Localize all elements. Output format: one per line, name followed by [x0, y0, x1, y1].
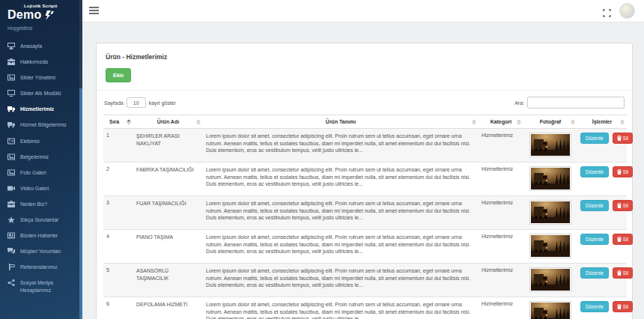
sidebar-item-11[interactable]: Neden Biz? [0, 196, 82, 212]
sidebar-item-10[interactable]: Video Galeri [0, 180, 82, 196]
content-panel: Ürün - Hizmetlerimiz Ekle Sayfada kayıt … [96, 43, 633, 319]
cell-product-name: FABRİKA TAŞIMACILIĞI [133, 162, 203, 196]
truck-photo[interactable] [529, 200, 571, 225]
add-button[interactable]: Ekle [106, 68, 131, 82]
truck-photo[interactable] [529, 166, 571, 191]
cell-product-name: ŞEHİRLER ARASI NAKLİYAT [133, 129, 203, 162]
sidebar-item-1[interactable]: Anasayfa [0, 38, 82, 54]
edit-button[interactable]: Düzenle [580, 301, 609, 312]
sort-icon[interactable] [127, 119, 131, 124]
sort-icon[interactable] [196, 119, 201, 124]
sidebar-item-8[interactable]: Belgelerimiz [0, 149, 82, 165]
sort-icon[interactable] [571, 119, 575, 124]
page-size-prefix: Sayfada [104, 100, 124, 106]
delete-button[interactable]: Sil [613, 234, 633, 245]
column-header-3[interactable]: Ürün Tanımı [203, 115, 479, 129]
sidebar-item-label: Hizmet Bölgelerimiz [20, 121, 67, 128]
column-header-1[interactable]: Sıra [103, 115, 133, 129]
truck-photo[interactable] [529, 301, 571, 319]
sidebar-item-13[interactable]: Bizden Haberler [0, 228, 82, 243]
delete-button[interactable]: Sil [613, 301, 633, 312]
services-table: SıraÜrün AdıÜrün TanımıKategoriFotoğrafİ… [103, 115, 627, 319]
cell-actions: Düzenle Sil [577, 264, 627, 297]
sidebar-item-3[interactable]: Slider Yönetimi [0, 70, 82, 85]
search-control: Ara: [514, 97, 625, 109]
sidebar-item-16[interactable]: Sosyal Medya Hesaplarımız [0, 275, 82, 297]
edit-button[interactable]: Düzenle [580, 267, 609, 279]
newspaper-icon [7, 232, 15, 239]
column-header-4[interactable]: Kategori [479, 115, 523, 129]
edit-button[interactable]: Düzenle [580, 133, 609, 144]
delete-button[interactable]: Sil [613, 267, 633, 279]
cell-sira: 2 [103, 162, 133, 196]
cell-photo [523, 297, 577, 319]
cell-sira: 3 [103, 196, 133, 230]
image-icon [7, 169, 15, 176]
sidebar-item-12[interactable]: Sıkça Sorulanlar [0, 212, 82, 228]
video-icon [7, 185, 15, 192]
cell-actions: Düzenle Sil [577, 162, 627, 196]
sidebar-item-4[interactable]: Slider Altı Modülü [0, 85, 82, 101]
trash-icon [617, 136, 622, 141]
sidebar-item-6[interactable]: Hizmet Bölgelerimiz [0, 117, 82, 133]
cell-category: Hizmetlerimiz [479, 264, 523, 297]
edit-button[interactable]: Düzenle [580, 166, 609, 177]
page-size-input[interactable] [127, 97, 146, 108]
logo-title: Demo [7, 8, 42, 22]
sidebar-item-label: Hakkımızda [20, 58, 48, 65]
sidebar-item-9[interactable]: Foto Galeri [0, 165, 82, 180]
truck-photo[interactable] [529, 267, 571, 292]
cell-photo [523, 162, 577, 196]
sidebar-item-15[interactable]: Referanslarımız [0, 259, 82, 275]
edit-button[interactable]: Düzenle [580, 200, 609, 211]
user-avatar[interactable] [619, 3, 635, 19]
cell-category: Hizmetlerimiz [479, 162, 523, 196]
truck-icon [7, 121, 15, 128]
table-row: 6 DEPOLAMA HİZMETİ Lorem ipsum dolor sit… [103, 297, 627, 319]
trash-icon [617, 304, 622, 309]
truck-photo[interactable] [529, 133, 571, 157]
monitor-icon [7, 90, 15, 97]
trash-icon [617, 270, 622, 276]
cell-sira: 6 [103, 297, 133, 319]
column-header-label: Kategori [490, 119, 511, 124]
sort-icon[interactable] [517, 119, 521, 124]
delete-button[interactable]: Sil [613, 133, 633, 144]
fullscreen-icon[interactable] [603, 7, 611, 15]
sidebar-item-label: Sosyal Medya Hesaplarımız [20, 279, 78, 293]
column-header-label: Ürün Tanımı [326, 119, 356, 124]
truck-photo[interactable] [529, 234, 571, 258]
cell-product-description: Lorem ipsum dolor sit amet, consectetur … [203, 196, 479, 230]
sidebar-item-7[interactable]: Ekibimiz [0, 133, 82, 149]
cell-category: Hizmetlerimiz [479, 297, 523, 319]
sidebar-item-label: Slider Yönetimi [20, 74, 55, 81]
sort-icon[interactable] [620, 119, 625, 124]
referral-icon [7, 264, 15, 270]
delete-button[interactable]: Sil [613, 200, 633, 211]
sidebar-item-5[interactable]: Hizmetlerimiz [0, 101, 82, 117]
truck-icon [7, 106, 15, 112]
column-header-6[interactable]: İşlemler [577, 115, 627, 129]
cell-photo [523, 129, 577, 162]
column-header-5[interactable]: Fotoğraf [523, 115, 577, 129]
cell-sira: 4 [103, 230, 133, 264]
column-header-label: Sıra [109, 119, 119, 124]
edit-button[interactable]: Düzenle [580, 234, 609, 245]
table-row: 5 ASANSÖRLÜ TAŞIMACILIK Lorem ipsum dolo… [103, 264, 627, 297]
trash-icon [617, 203, 622, 208]
cell-photo [523, 196, 577, 230]
desktop-icon [7, 43, 15, 49]
cell-product-name: ASANSÖRLÜ TAŞIMACILIK [133, 264, 203, 297]
sort-icon[interactable] [472, 119, 476, 124]
logo[interactable]: Lojistik Scripti Demo [0, 0, 82, 23]
column-header-2[interactable]: Ürün Adı [133, 115, 203, 129]
page-title: Ürün - Hizmetlerimiz [97, 43, 632, 64]
sidebar-item-14[interactable]: Müşteri Yorumları [0, 243, 82, 259]
sidebar-item-2[interactable]: Hakkımızda [0, 54, 82, 70]
table-row: 2 FABRİKA TAŞIMACILIĞI Lorem ipsum dolor… [103, 162, 627, 196]
hamburger-icon[interactable] [89, 7, 99, 15]
sidebar: Lojistik Scripti Demo Hoşgeldiniz Anasay… [0, 0, 82, 319]
delete-button[interactable]: Sil [613, 166, 633, 177]
search-input[interactable] [527, 97, 625, 109]
faq-icon [7, 216, 15, 223]
